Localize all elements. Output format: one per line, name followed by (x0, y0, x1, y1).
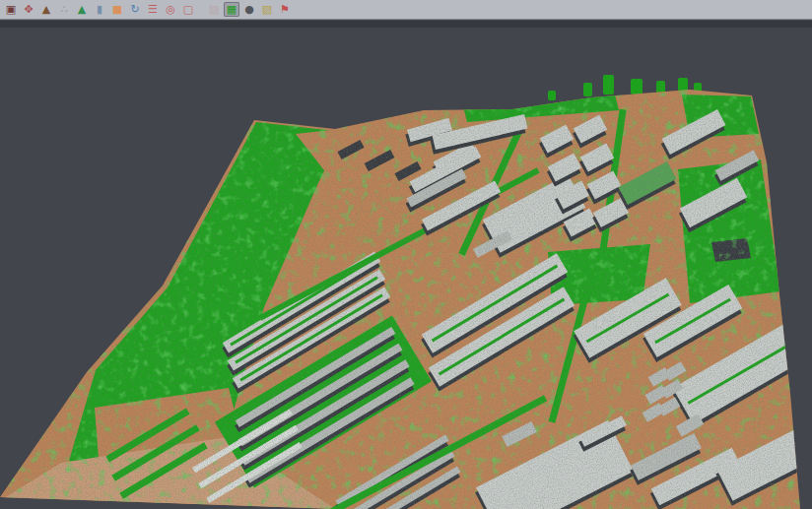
pan-view-icon[interactable]: ✥ (21, 2, 36, 17)
refresh-icon-glyph: ↻ (130, 4, 139, 15)
app-icon[interactable]: ▣ (3, 2, 19, 17)
points-icon-glyph: ∴ (61, 4, 68, 15)
flag-icon[interactable]: ⚑ (277, 2, 293, 17)
tree-silhouette (603, 75, 614, 95)
toolbar: ▣✥▲∴▲▮■↻☰◎▢▨▦●▧⚑ (0, 0, 812, 20)
grid-icon-glyph: ▨ (209, 4, 219, 15)
profile-icon[interactable]: ▮ (92, 2, 107, 17)
measure-icon-glyph: ▧ (262, 4, 272, 15)
terrain-icon-glyph: ▲ (42, 4, 50, 15)
surface-model-icon-glyph: ▲ (78, 4, 86, 15)
classification-icon-glyph: ▦ (227, 4, 237, 15)
ortho-image-icon-glyph: ■ (112, 4, 122, 15)
sphere-icon[interactable]: ● (241, 2, 257, 17)
flag-icon-glyph: ⚑ (280, 4, 290, 15)
tree-silhouette (583, 83, 592, 96)
extent-icon[interactable]: ▢ (180, 2, 196, 17)
grid-icon: ▨ (206, 2, 222, 17)
tree-silhouette (656, 81, 665, 94)
classification-icon[interactable]: ▦ (224, 2, 239, 17)
layers-icon-glyph: ☰ (148, 4, 158, 15)
target-icon-glyph: ◎ (166, 4, 175, 15)
layers-icon[interactable]: ☰ (145, 2, 161, 17)
tree-silhouette (631, 79, 643, 95)
measure-icon[interactable]: ▧ (259, 2, 275, 17)
target-icon[interactable]: ◎ (163, 2, 178, 17)
point-cloud-scene[interactable] (0, 28, 812, 509)
pointcloud-grain (0, 28, 812, 509)
profile-icon-glyph: ▮ (97, 4, 102, 15)
refresh-icon[interactable]: ↻ (127, 2, 143, 17)
pan-view-icon-glyph: ✥ (24, 4, 33, 15)
terrain-icon[interactable]: ▲ (38, 2, 54, 17)
ortho-image-icon[interactable]: ■ (109, 2, 125, 17)
viewport-top-shade (0, 21, 812, 28)
extent-icon-glyph: ▢ (183, 4, 193, 15)
viewport-3d[interactable] (0, 21, 812, 509)
surface-model-icon[interactable]: ▲ (74, 2, 90, 17)
tree-silhouette (548, 91, 556, 100)
points-icon[interactable]: ∴ (56, 2, 72, 17)
sphere-icon-glyph: ● (244, 4, 254, 15)
app-icon-glyph: ▣ (6, 4, 16, 15)
